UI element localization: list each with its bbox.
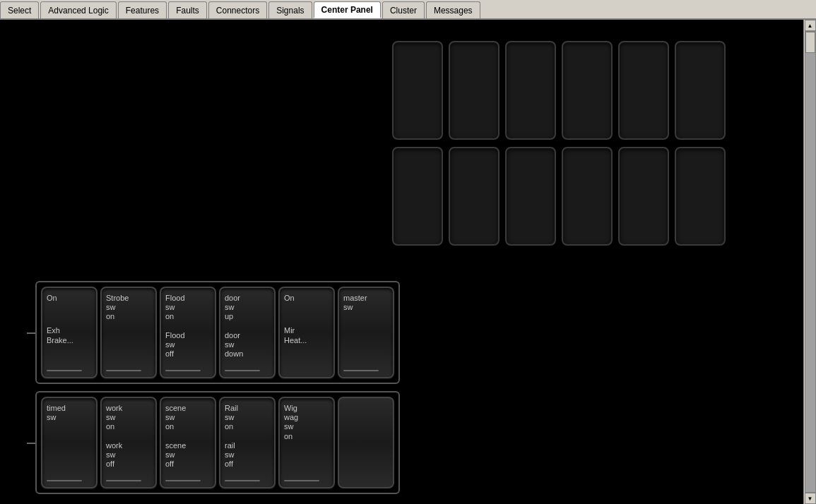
- switch-door-line: [225, 370, 260, 371]
- switch-empty-r2c6: [338, 397, 394, 488]
- switch-work-bottom: workswoff: [106, 441, 122, 469]
- tab-bar: Select Advanced Logic Features Faults Co…: [0, 0, 816, 20]
- content-panel: On ExhBrake... Strobeswon Floodswon Floo…: [0, 20, 803, 504]
- switch-master-line: [343, 370, 379, 371]
- switch-strobe-top: Strobeswon: [106, 294, 129, 322]
- switch-on-mir[interactable]: On MirHeat...: [278, 287, 335, 378]
- tab-connectors[interactable]: Connectors: [208, 1, 267, 18]
- tab-select[interactable]: Select: [0, 1, 39, 18]
- switch-strobe-sw[interactable]: Strobeswon: [100, 287, 157, 378]
- switch-scene-sw[interactable]: sceneswon sceneswoff: [160, 397, 216, 488]
- grid-row-2: [392, 147, 726, 246]
- empty-panel-r2c3: [505, 147, 556, 246]
- switch-rail-sw[interactable]: Railswon railswoff: [219, 397, 276, 488]
- empty-panel-r1c4: [562, 41, 613, 140]
- switch-timed-line: [47, 480, 82, 481]
- tab-messages[interactable]: Messages: [426, 1, 480, 18]
- switch-work-top: workswon: [106, 404, 122, 432]
- switch-master-top: mastersw: [343, 294, 367, 312]
- switch-row-1-wrapper: On ExhBrake... Strobeswon Floodswon Floo…: [35, 281, 400, 384]
- empty-panel-r2c2: [449, 147, 499, 246]
- grid-row-1: [392, 41, 726, 140]
- switch-door-bottom: doorswdown: [225, 331, 243, 359]
- empty-panel-r1c2: [449, 41, 499, 140]
- empty-panel-r2c4: [562, 147, 613, 246]
- switch-wigwag-sw[interactable]: Wigwagswon: [278, 397, 335, 488]
- empty-panel-r1c5: [618, 41, 669, 140]
- switch-on-mir-bottom: MirHeat...: [284, 326, 307, 344]
- empty-panel-r2c1: [392, 147, 443, 246]
- switch-work-sw[interactable]: workswon workswoff: [100, 397, 157, 488]
- empty-panel-r2c6: [675, 147, 726, 246]
- switch-rail-top: Railswon: [225, 404, 238, 432]
- switch-flood-top: Floodswon: [165, 294, 185, 322]
- switch-scene-top: sceneswon: [165, 404, 186, 432]
- switch-strobe-line: [106, 370, 141, 371]
- main-area: On ExhBrake... Strobeswon Floodswon Floo…: [0, 20, 816, 504]
- switch-timed-top: timedsw: [47, 404, 66, 422]
- tab-features[interactable]: Features: [118, 1, 167, 18]
- empty-panel-r1c1: [392, 41, 443, 140]
- switch-flood-sw[interactable]: Floodswon Floodswoff: [160, 287, 216, 378]
- tab-signals[interactable]: Signals: [268, 1, 312, 18]
- switch-rail-line: [225, 480, 260, 481]
- scroll-thumb[interactable]: [805, 32, 815, 53]
- scrollbar: ▲ ▼: [803, 20, 816, 504]
- switch-row-2-wrapper: timedsw workswon workswoff sceneswon sce…: [35, 391, 400, 494]
- scroll-down-arrow[interactable]: ▼: [805, 493, 816, 504]
- switch-master-sw[interactable]: mastersw: [338, 287, 394, 378]
- switch-wigwag-line: [284, 480, 319, 481]
- switch-on-exh-line: [47, 370, 82, 371]
- empty-panel-r1c3: [505, 41, 556, 140]
- tab-advanced-logic[interactable]: Advanced Logic: [40, 1, 116, 18]
- switch-scene-line: [165, 480, 201, 481]
- tab-faults[interactable]: Faults: [168, 1, 207, 18]
- switch-on-mir-top: On: [284, 294, 295, 303]
- top-grid: [392, 41, 726, 246]
- scroll-track[interactable]: [805, 31, 816, 493]
- switch-rail-bottom: railswoff: [225, 441, 235, 469]
- tab-cluster[interactable]: Cluster: [382, 1, 425, 18]
- switch-door-top: doorswup: [225, 294, 240, 322]
- switch-wigwag-top: Wigwagswon: [284, 404, 298, 441]
- switch-work-line: [106, 480, 141, 481]
- tab-center-panel[interactable]: Center Panel: [314, 1, 381, 18]
- switch-on-exh[interactable]: On ExhBrake...: [41, 287, 97, 378]
- switch-on-exh-top: On: [47, 294, 57, 303]
- switches-area: On ExhBrake... Strobeswon Floodswon Floo…: [35, 281, 400, 494]
- switch-timed-sw[interactable]: timedsw: [41, 397, 97, 488]
- switch-scene-bottom: sceneswoff: [165, 441, 186, 469]
- empty-panel-r1c6: [675, 41, 726, 140]
- switch-flood-bottom: Floodswoff: [165, 331, 185, 359]
- switch-flood-line: [165, 370, 201, 371]
- switch-on-exh-bottom: ExhBrake...: [47, 326, 73, 344]
- empty-panel-r2c5: [618, 147, 669, 246]
- switch-door-sw[interactable]: doorswup doorswdown: [219, 287, 276, 378]
- scroll-up-arrow[interactable]: ▲: [805, 20, 816, 31]
